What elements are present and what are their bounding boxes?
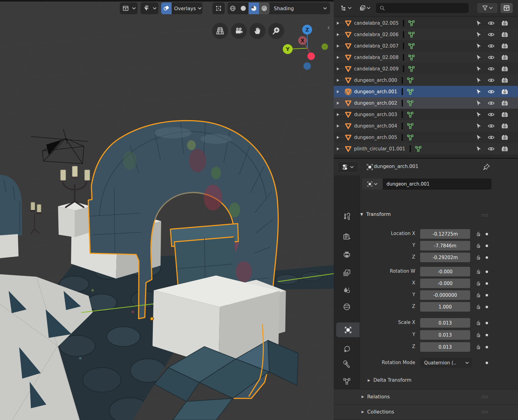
expand-arrow-icon[interactable] (336, 67, 340, 71)
render-toggle[interactable] (499, 120, 511, 132)
visibility-toggle[interactable] (485, 86, 497, 97)
expand-arrow-icon[interactable] (336, 136, 340, 139)
unlock-icon[interactable] (475, 332, 482, 338)
object-name[interactable]: candelabra_02.007 (354, 43, 399, 49)
render-toggle[interactable] (499, 74, 511, 86)
render-toggle[interactable] (499, 17, 511, 29)
overlays-toggle-button[interactable] (161, 2, 172, 14)
properties-editor-dropdown[interactable] (337, 162, 358, 173)
material-preview-shading-button[interactable] (249, 2, 259, 14)
object-name[interactable]: candelabra_02.005 (354, 20, 399, 26)
object-name[interactable]: dungeon_arch.000 (354, 78, 397, 83)
selectable-toggle[interactable] (473, 17, 485, 29)
selectable-toggle[interactable] (473, 29, 485, 40)
object-name[interactable]: dungeon_arch.001 (354, 89, 397, 94)
visibility-toggle[interactable] (485, 109, 497, 120)
rotation-w-field[interactable]: -0.000 (420, 267, 470, 276)
outliner-row-arch-004[interactable]: dungeon_arch.004 (334, 120, 518, 132)
options-box-button[interactable] (500, 3, 513, 13)
render-toggle[interactable] (499, 132, 511, 143)
solid-shading-button[interactable] (238, 2, 249, 14)
outliner-row-candelabra-005[interactable]: candelabra_02.005 (334, 17, 518, 29)
panel-grip-icon[interactable] (481, 410, 488, 414)
expand-arrow-icon[interactable] (336, 56, 340, 59)
render-toggle[interactable] (499, 40, 511, 52)
unlock-icon[interactable] (475, 280, 482, 287)
panel-grip-icon[interactable] (481, 395, 488, 398)
outliner-row-arch-003[interactable]: dungeon_arch.003 (334, 109, 518, 120)
decorator-dot[interactable] (486, 271, 488, 273)
axis-minus-y-ball[interactable] (322, 44, 328, 50)
dec极rator-dot[interactable] (486, 362, 488, 364)
selectable-toggle[interactable] (473, 97, 485, 109)
disclosure-triangle-icon[interactable]: ▶ (361, 395, 364, 399)
visibility-toggle[interactable] (485, 40, 497, 52)
tab-tool[interactable] (334, 209, 360, 224)
3d-viewport[interactable]: Overlays Shading (0, 0, 334, 420)
decorator-dot[interactable] (486, 346, 488, 348)
visibility-toggle[interactable] (485, 143, 497, 154)
expand-arrow-icon[interactable] (336, 147, 340, 151)
expand-arrow-icon[interactable] (336, 21, 340, 25)
scale-x-field[interactable]: 0.013 (420, 318, 470, 328)
overlays-group[interactable]: Overlays (161, 2, 203, 14)
disclosure-triangle-icon[interactable]: ▼ (360, 212, 363, 216)
visibility-toggle[interactable] (485, 132, 497, 143)
outliner-search[interactable] (376, 3, 469, 13)
rotation-x-field[interactable]: -0.000 (420, 279, 470, 288)
unlock-icon[interactable] (475, 268, 482, 275)
selectable-toggle[interactable] (473, 52, 485, 63)
outliner-row-candelabra-008[interactable]: candelabra_02.008 (334, 52, 518, 63)
object-name[interactable]: candelabra_02.006 (354, 32, 399, 37)
unlock-icon[interactable] (475, 344, 482, 350)
filter-dropdown[interactable] (477, 3, 498, 13)
selectable-toggle[interactable] (473, 40, 485, 52)
outliner-row-candelabra-007[interactable]: candelabra_02.007 (334, 40, 518, 52)
decorator-dot[interactable] (486, 256, 488, 259)
expand-arrow-icon[interactable] (336, 101, 340, 105)
expand-arrow-icon[interactable] (336, 78, 340, 82)
object-name[interactable]: candelabra_02.009 (354, 66, 399, 72)
collections-section[interactable]: ▶ Collections (334, 404, 518, 419)
outliner-row-arch-002-selected[interactable]: dungeon_arch.002 (334, 97, 518, 109)
expand-arrow-icon[interactable] (336, 44, 340, 48)
object-name[interactable]: dungeon_arch.003 (354, 112, 397, 117)
gizmos-button[interactable] (212, 2, 225, 14)
region-collapse-arrow[interactable]: ‹ (327, 24, 330, 31)
render-toggle[interactable] (499, 52, 511, 63)
delta-transform-section[interactable]: ▶ Delta Transform (368, 377, 411, 383)
selectable-toggle[interactable] (473, 120, 485, 132)
object-name-input[interactable]: dungeon_arch.001 (383, 178, 491, 190)
scale-y-field[interactable]: 0.013 (420, 330, 470, 340)
camera-view-button[interactable] (231, 23, 247, 39)
selectable-toggle[interactable] (473, 109, 485, 120)
render-toggle[interactable] (499, 29, 511, 40)
rotation-z-field[interactable]: 1.000 (420, 302, 470, 312)
unlock-icon[interactable] (475, 242, 482, 249)
location-z-field[interactable]: -0.29202m (420, 253, 470, 262)
pan-hand-button[interactable] (249, 23, 265, 39)
visibility-toggle[interactable] (485, 63, 497, 74)
decorator-dot[interactable] (486, 282, 488, 285)
visibility-toggle[interactable] (485, 120, 497, 132)
decorator-dot[interactable] (486, 233, 488, 235)
editor-type-button[interactable] (120, 2, 138, 14)
visibility-toggle[interactable] (485, 52, 497, 63)
plinth-small[interactable] (58, 202, 91, 237)
outliner-row-plinth[interactable]: plinth_circular_01.001 (334, 143, 518, 154)
mode-dropdown-button[interactable] (140, 2, 158, 14)
axis-minus-z-ball[interactable] (303, 62, 311, 70)
selectable-toggle[interactable] (473, 74, 485, 86)
rotation-mode-dropdown[interactable]: Quaternion (.. (420, 358, 472, 368)
disclosure-triangle-icon[interactable]: ▶ (368, 378, 370, 382)
render-toggle[interactable] (499, 97, 511, 109)
outliner-row-arch-000[interactable]: dungeon_arch.000 (334, 74, 518, 86)
decorator-dot[interactable] (486, 306, 488, 308)
tab-object-data[interactable] (334, 374, 360, 388)
visibility-toggle[interactable] (485, 97, 497, 109)
expand-arrow-icon[interactable] (336, 90, 340, 94)
selectable-toggle[interactable] (473, 132, 485, 143)
object-name[interactable]: dungeon_arch.004 (354, 123, 397, 129)
expand-arrow-icon[interactable] (336, 113, 340, 116)
wireframe-shading-button[interactable] (228, 2, 238, 14)
